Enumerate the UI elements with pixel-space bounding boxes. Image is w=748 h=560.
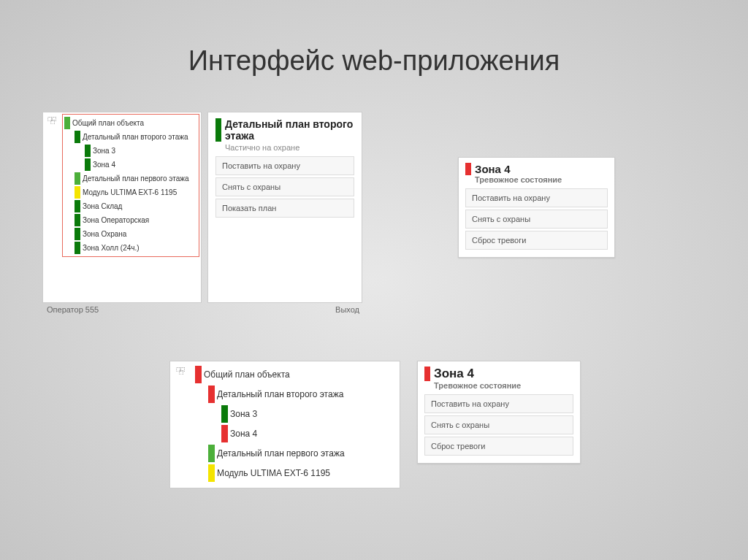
status-marker [208,386,215,403]
detail-subtitle: Частично на охране [225,143,354,152]
node-label: Общий план объекта [72,118,144,129]
page-title: Интерфейс web-приложения [0,0,748,106]
node-label: Модуль ULTIMA EXT-6 1195 [217,467,330,480]
tree-node[interactable]: Общий план объекта [64,116,197,130]
disarm-button[interactable]: Снять с охраны [215,177,354,196]
status-marker [85,158,91,171]
arm-button[interactable]: Поставить на охрану [465,188,608,207]
detail-header: Детальный план второго этажа [215,118,354,142]
tree-node[interactable]: Детальный план второго этажа [75,130,197,144]
node-label: Зона Охрана [83,229,126,239]
status-marker [208,445,215,462]
tree-node[interactable]: Детальный план первого этажа [75,172,197,185]
tree-container: Общий план объекта Детальный план второг… [192,361,400,486]
node-label: Модуль ULTIMA EXT-6 1195 [83,187,177,198]
node-label: Зона 3 [93,145,115,156]
node-label: Детальный план первого этажа [83,173,189,184]
status-bar [465,163,471,175]
tree-node[interactable]: Общий план объекта [195,364,397,384]
status-marker [75,131,80,143]
node-label: Зона Операторская [83,215,149,226]
node-label: Зона 4 [230,427,257,440]
tree-node[interactable]: Зона Операторская [75,213,197,227]
tree-container: Общий план объекта Детальный план второг… [62,114,199,257]
disarm-button[interactable]: Снять с охраны [465,210,608,229]
zone-header: Зона 4 [465,163,608,175]
zone-subtitle: Тревожное состояние [475,175,608,184]
node-label: Детальный план второго этажа [83,131,188,142]
node-label: Зона Склад [83,201,122,212]
zone-subtitle: Тревожное состояние [434,381,573,390]
status-marker [75,242,80,254]
zone-panel-top: Зона 4 Тревожное состояние Поставить на … [458,157,615,258]
tree-node[interactable]: Детальный план первого этажа [208,443,397,463]
arm-button[interactable]: Поставить на охрану [215,156,354,175]
node-label: Детальный план первого этажа [217,447,345,460]
tree-node[interactable]: Модуль ULTIMA EXT-6 1195 [75,185,197,199]
zone-header: Зона 4 [424,367,573,381]
show-plan-button[interactable]: Показать план [215,199,354,218]
footer-bar: Оператор 555 Выход [42,305,364,314]
status-marker [221,425,228,442]
tree-node[interactable]: Зона Охрана [75,227,197,241]
tree-icon [47,117,58,127]
node-label: Детальный план второго этажа [217,388,343,401]
status-marker [221,405,228,423]
tree-node[interactable]: Зона Холл (24ч.) [75,241,197,255]
disarm-button[interactable]: Снять с охраны [424,415,573,434]
status-marker [75,214,80,226]
status-marker [195,366,202,383]
status-bar [215,118,221,142]
tree-panel-left: Общий план объекта Детальный план второг… [42,112,202,303]
tree-node[interactable]: Зона 3 [85,144,197,158]
status-marker [75,228,80,240]
zone-title: Зона 4 [434,367,474,381]
logout-link[interactable]: Выход [335,305,359,314]
zone-panel-bottom: Зона 4 Тревожное состояние Поставить на … [417,361,581,464]
status-marker [75,200,80,212]
status-marker [85,145,91,157]
tree-node[interactable]: Зона 4 [221,423,397,443]
tree-node[interactable]: Зона 3 [221,404,397,423]
detail-panel: Детальный план второго этажа Частично на… [207,112,362,303]
reset-alarm-button[interactable]: Сброс тревоги [465,231,608,250]
status-bar [424,367,430,381]
node-label: Общий план объекта [204,368,290,381]
operator-label: Оператор 555 [47,305,99,314]
status-marker [75,172,80,185]
node-label: Зона Холл (24ч.) [83,242,140,253]
reset-alarm-button[interactable]: Сброс тревоги [424,437,573,456]
tree-node[interactable]: Модуль ULTIMA EXT-6 1195 [208,463,397,483]
node-label: Зона 4 [93,159,115,170]
status-marker [208,464,215,482]
tree-icon [176,367,186,377]
tree-node[interactable]: Детальный план второго этажа [208,384,397,404]
tree-node[interactable]: Зона 4 [85,158,197,172]
detail-title: Детальный план второго этажа [225,118,354,142]
node-label: Зона 3 [230,407,257,421]
zone-title: Зона 4 [475,163,510,175]
arm-button[interactable]: Поставить на охрану [424,394,573,413]
tree-panel-bottom: Общий план объекта Детальный план второг… [169,361,400,488]
status-marker [64,117,70,129]
tree-node[interactable]: Зона Склад [75,199,197,213]
status-marker [75,186,80,199]
